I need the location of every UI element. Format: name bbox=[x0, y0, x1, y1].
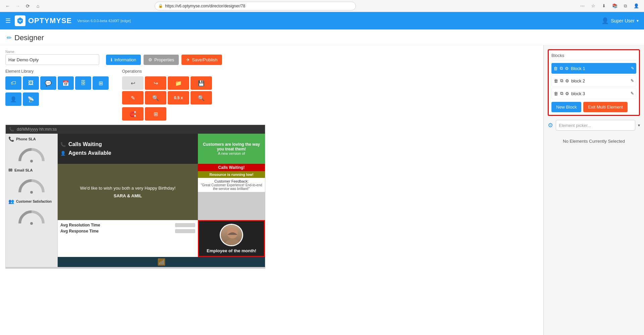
avatar-svg bbox=[221, 225, 242, 245]
address-bar[interactable]: 🔒 https://v6.optymyse.com/director/desig… bbox=[155, 2, 356, 10]
calls-waiting-block: 📞 Calls Waiting 👤 Agents Available bbox=[58, 134, 198, 164]
name-input[interactable] bbox=[5, 54, 99, 65]
canvas-row1: 📞 Calls Waiting 👤 Agents Available Custo… bbox=[58, 134, 265, 164]
block1-name: Block 1 bbox=[571, 66, 629, 71]
element-user-button[interactable]: 👤 bbox=[5, 92, 21, 106]
undo-button[interactable]: ↩ bbox=[122, 76, 144, 90]
library-ops-row: Element Library 🏷 🖼 💬 📅 🗄 ⊞ 👤 📡 bbox=[5, 69, 538, 121]
block-item-1[interactable]: 🗑 ⧉ ⚙ Block 1 ✎ bbox=[551, 63, 636, 74]
birthday-names: SARA & AMIL bbox=[80, 193, 176, 198]
calls-waiting-text: Calls Waiting bbox=[68, 141, 102, 147]
ops-grid: ↩ ↪ 📁 💾 ✎ 🔍 0.5 x 🔍 bbox=[122, 76, 212, 105]
gear-icon-2[interactable]: ⚙ bbox=[565, 78, 569, 83]
email-sla-label: Email SLA bbox=[14, 168, 33, 172]
element-db-button[interactable]: 🗄 bbox=[75, 76, 91, 90]
chevron-down-icon: ▾ bbox=[637, 18, 639, 23]
trash-icon-3[interactable]: 🗑 bbox=[554, 91, 558, 96]
edit-icon-3[interactable]: ✎ bbox=[631, 91, 634, 96]
redo-button[interactable]: ↪ bbox=[145, 76, 166, 90]
element-picker-icon[interactable]: ⚙ bbox=[548, 122, 553, 129]
grid-button[interactable]: ⊞ bbox=[145, 107, 166, 121]
element-text-button[interactable]: 💬 bbox=[40, 76, 56, 90]
logo-text: OPTyMyse bbox=[28, 16, 72, 25]
element-tag-button[interactable]: 🏷 bbox=[5, 76, 21, 90]
save-label: Save/Publish bbox=[192, 57, 217, 62]
block3-name: block 3 bbox=[571, 91, 629, 96]
canvas-row2: We'd like to wish you both a very Happy … bbox=[58, 164, 265, 220]
trash-icon-1[interactable]: 🗑 bbox=[553, 66, 558, 71]
magnet-button[interactable]: 🧲 bbox=[122, 107, 144, 121]
blocks-panel: Blocks 🗑 ⧉ ⚙ Block 1 ✎ 🗑 ⧉ ⚙ block 2 ✎ bbox=[548, 49, 640, 116]
bookmarks-panel-button[interactable]: 📚 bbox=[610, 2, 619, 10]
email-gauge-svg bbox=[16, 176, 47, 194]
element-calendar-button[interactable]: 📅 bbox=[58, 76, 74, 90]
copy-icon-1[interactable]: ⧉ bbox=[560, 66, 563, 71]
bookmark-button[interactable]: ☆ bbox=[589, 2, 598, 10]
folder-button[interactable]: 📁 bbox=[168, 76, 189, 90]
customer-satisfaction-label: Customer Satisfaction bbox=[16, 200, 52, 203]
copy-icon-3[interactable]: ⧉ bbox=[560, 91, 563, 96]
wifi-icon: 📶 bbox=[157, 258, 166, 266]
browser-actions: ⋯ ☆ ⬇ 📚 ⧉ 👤 bbox=[578, 2, 641, 10]
page-title-area: ✏ Designer bbox=[0, 29, 644, 45]
edit-button[interactable]: ✎ bbox=[122, 91, 144, 105]
save-publish-button[interactable]: ✈ Save/Publish bbox=[181, 55, 222, 65]
hamburger-icon[interactable]: ☰ bbox=[5, 17, 11, 24]
block-item-2[interactable]: 🗑 ⧉ ⚙ block 2 ✎ bbox=[551, 75, 636, 86]
no-elements-message: No Elements Currently Selected bbox=[548, 135, 640, 148]
browser-bar: ← → ⟳ ⌂ 🔒 https://v6.optymyse.com/direct… bbox=[0, 0, 644, 12]
properties-button[interactable]: ⚙ Properties bbox=[144, 55, 179, 65]
profile-button[interactable]: 👤 bbox=[632, 2, 641, 10]
block-item-3[interactable]: 🗑 ⧉ ⚙ block 3 ✎ bbox=[551, 88, 636, 99]
copy-icon-2[interactable]: ⧉ bbox=[560, 78, 563, 83]
user-name: Super User bbox=[611, 18, 635, 23]
zoom-value-button[interactable]: 0.5 x bbox=[168, 91, 189, 105]
feedback-quote: "Great Customer Experience! End-to-end t… bbox=[201, 183, 262, 191]
exit-multi-button[interactable]: Exit Multi Element bbox=[583, 102, 628, 112]
phone-gauge-svg bbox=[16, 144, 47, 163]
library-section: Element Library 🏷 🖼 💬 📅 🗄 ⊞ 👤 📡 bbox=[5, 69, 109, 106]
zoom-in-button[interactable]: 🔍 bbox=[145, 91, 166, 105]
customers-loving-block: Customers are loving the way you treat t… bbox=[198, 134, 265, 164]
gear-icon-1[interactable]: ⚙ bbox=[565, 66, 569, 71]
logo-svg bbox=[16, 17, 24, 25]
element-picker-select[interactable]: Element picker... bbox=[556, 120, 635, 131]
header-right: 👤 Super User ▾ bbox=[601, 17, 639, 24]
information-button[interactable]: ℹ Information bbox=[106, 55, 141, 65]
canvas-footer: 📶 bbox=[58, 257, 265, 267]
download-button[interactable]: ⬇ bbox=[600, 2, 608, 10]
element-grid: 🏷 🖼 💬 📅 🗄 ⊞ bbox=[5, 76, 109, 90]
gear-icon-3[interactable]: ⚙ bbox=[565, 91, 569, 96]
canvas-main-area: 📞 Calls Waiting 👤 Agents Available Custo… bbox=[58, 134, 265, 267]
zoom-out-button[interactable]: 🔍 bbox=[191, 91, 212, 105]
more-button[interactable]: ⋯ bbox=[578, 2, 587, 10]
edit-icon-2[interactable]: ✎ bbox=[631, 78, 634, 83]
element-rss-button[interactable]: 📡 bbox=[23, 92, 39, 106]
element-btn-row2: 👤 📡 bbox=[5, 92, 109, 106]
user-area[interactable]: 👤 Super User ▾ bbox=[601, 17, 639, 24]
save-button[interactable]: 💾 bbox=[191, 76, 212, 90]
canvas-row3: Avg Resolution Time Avg Response Time bbox=[58, 220, 265, 257]
lock-icon: 🔒 bbox=[158, 4, 163, 8]
element-image-button[interactable]: 🖼 bbox=[23, 76, 39, 90]
reload-button[interactable]: ⟳ bbox=[23, 2, 32, 10]
trash-icon-2[interactable]: 🗑 bbox=[554, 78, 558, 83]
gear-icon: ⚙ bbox=[148, 57, 152, 62]
operations-section: Operations ↩ ↪ 📁 💾 ✎ 🔍 0.5 x 🔍 🧲 ⊞ bbox=[122, 69, 212, 121]
employee-month-block: Employee of the month! bbox=[198, 220, 265, 257]
tabs-button[interactable]: ⧉ bbox=[621, 2, 630, 10]
calls-icon: 📞 bbox=[60, 142, 66, 147]
canvas-content: 📞 Phone SLA ✉ bbox=[6, 134, 265, 267]
forward-button[interactable]: → bbox=[13, 2, 22, 10]
avg-response-row: Avg Response Time bbox=[60, 229, 195, 233]
new-version-text: A new version of bbox=[201, 151, 262, 155]
feedback-label: Customer Feedback: bbox=[201, 179, 262, 183]
save-icon: ✈ bbox=[186, 57, 190, 62]
back-button[interactable]: ← bbox=[3, 2, 12, 10]
new-block-button[interactable]: New Block bbox=[551, 102, 581, 112]
edit-icon-1[interactable]: ✎ bbox=[631, 66, 634, 71]
home-button[interactable]: ⌂ bbox=[34, 2, 42, 10]
element-table-button[interactable]: ⊞ bbox=[93, 76, 109, 90]
block2-name: block 2 bbox=[571, 78, 629, 83]
designer-right-panel: Blocks 🗑 ⧉ ⚙ Block 1 ✎ 🗑 ⧉ ⚙ block 2 ✎ bbox=[543, 45, 644, 335]
